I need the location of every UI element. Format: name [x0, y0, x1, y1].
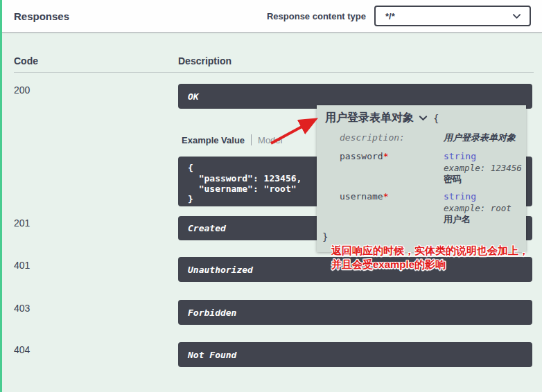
model-popup: 用户登录表单对象 { description: 用户登录表单对象 passwor… — [317, 105, 526, 252]
response-code-201: 201 — [14, 217, 30, 229]
response-description-text: OK — [188, 91, 199, 102]
chevron-down-icon — [512, 12, 521, 21]
red-arrow-annotation — [268, 114, 322, 148]
model-close-brace: } — [322, 231, 328, 242]
response-code-200: 200 — [14, 84, 30, 96]
tab-example-value[interactable]: Example Value — [182, 135, 245, 145]
response-description-text: Created — [188, 223, 226, 233]
response-description-text: Forbidden — [188, 308, 236, 318]
required-star: * — [383, 191, 389, 202]
content-type-select[interactable]: */* — [374, 6, 531, 26]
model-field-password-example: example: 123456 — [444, 163, 522, 173]
opblock-accent-border — [0, 0, 2, 392]
response-description-bar: Forbidden — [178, 300, 532, 325]
red-annotation-text: 返回响应的时候，实体类的说明也会加上， 并且会受example的影响 — [331, 244, 532, 271]
model-open-brace: { — [433, 113, 439, 124]
response-description-bar: Not Found — [178, 342, 532, 367]
response-code-403: 403 — [14, 303, 30, 314]
model-title: 用户登录表单对象 — [325, 111, 414, 125]
response-description-text: Unauthorized — [188, 265, 253, 275]
tab-divider — [251, 134, 252, 145]
responses-title: Responses — [14, 10, 69, 22]
annotation-line-2: 并且会受example的影响 — [331, 258, 532, 271]
model-title-toggle[interactable]: 用户登录表单对象 { — [325, 111, 439, 125]
chevron-down-icon — [419, 114, 428, 123]
required-star: * — [383, 151, 389, 161]
table-header-divider — [14, 72, 534, 73]
content-type-value: */* — [385, 11, 512, 21]
model-field-username-example: example: root — [444, 203, 512, 213]
model-description-value: 用户登录表单对象 — [444, 132, 516, 144]
model-field-password: password* — [340, 151, 388, 161]
model-description-label: description: — [340, 132, 405, 143]
responses-header: Responses Response content type */* — [0, 0, 542, 33]
code-column-header: Code — [14, 55, 38, 66]
content-type-label: Response content type — [267, 11, 366, 21]
responses-panel: Responses Response content type */* Code… — [0, 0, 542, 392]
response-description-text: Not Found — [188, 350, 236, 360]
model-field-password-description: 密码 — [444, 173, 462, 186]
response-code-404: 404 — [14, 344, 30, 355]
response-code-401: 401 — [14, 260, 30, 271]
description-column-header: Description — [178, 55, 231, 66]
model-field-username-description: 用户名 — [444, 213, 471, 226]
model-field-username: username* — [340, 191, 388, 202]
model-field-password-type: string — [444, 151, 476, 161]
annotation-line-1: 返回响应的时候，实体类的说明也会加上， — [331, 244, 532, 258]
model-field-username-type: string — [444, 191, 476, 202]
